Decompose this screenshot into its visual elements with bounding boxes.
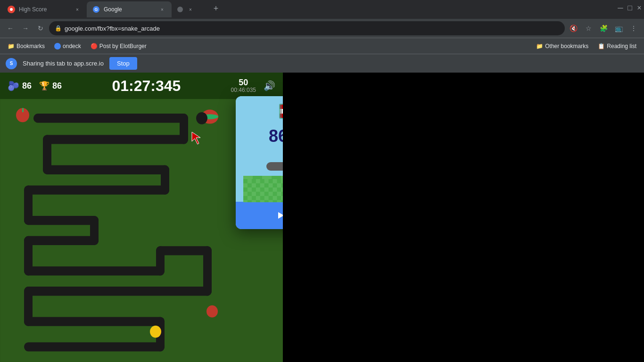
bookmarks-folder-icon: 📁 [8,43,15,49]
ondeck-icon [54,43,61,49]
window-controls: ─ □ × [618,5,642,14]
game-area[interactable]: 🫐 86 🏆 86 01:27:345 50 00:46:035 🔊 [0,73,283,362]
current-score: 86 [22,81,32,91]
address-text: google.com/fbx?fbx=snake_arcade [65,25,559,32]
browser-frame: High Score × G Google × × + ─ □ × [0,0,644,362]
overlay-score-left: 86 [269,126,283,146]
tab1-favicon [8,6,15,13]
svg-point-1 [10,8,13,11]
sharing-app-icon: S [6,58,17,69]
maximize-button[interactable]: □ [627,5,633,11]
tab3-favicon [177,7,183,12]
bookmark-ondeck[interactable]: ondeck [50,41,85,51]
close-button[interactable]: × [636,5,642,11]
menu-icon[interactable]: ⋮ [627,22,640,35]
lock-icon: 🔒 [55,25,62,32]
back-button[interactable]: ← [4,22,17,35]
sub-timer: 50 00:46:035 [231,78,256,93]
cast-icon[interactable]: 📺 [612,22,625,35]
svg-text:G: G [94,7,98,12]
svg-rect-60 [243,179,283,202]
sharing-text: Sharing this tab to app.scre.io [23,60,104,67]
minimize-button[interactable]: ─ [618,5,623,11]
reading-list-label: Reading list [607,43,636,49]
bookmarks-bar: 📁 Bookmarks ondeck 🔴 Post by ElotBurger … [0,38,644,54]
bookmark-star-icon[interactable]: ☆ [582,22,595,35]
overlay-snake [266,156,283,177]
current-score-container: 🫐 86 [8,80,32,91]
timer-display: 01:27:345 [69,77,223,95]
other-bookmarks-label: Other bookmarks [545,43,588,49]
water-icon: 🫐 [8,80,19,91]
sub-timer-bottom: 00:46:035 [231,87,256,93]
snake-scene [243,150,283,202]
tab-bar: High Score × G Google × × + ─ □ × [0,0,644,19]
elotburger-icon: 🔴 [91,43,98,49]
svg-rect-49 [266,162,283,171]
overlay-scores-row: 86 86 [269,126,283,146]
ground-row [243,176,283,202]
overlay-preview: 86 86 [236,96,283,202]
sharing-bar: S Sharing this tab to app.scre.io Stop [0,54,644,73]
address-input-wrapper[interactable]: 🔒 google.com/fbx?fbx=snake_arcade [49,21,565,35]
reading-list-icon: 📋 [598,43,605,49]
svg-point-33 [150,326,161,338]
svg-marker-61 [278,212,283,219]
tab-blank[interactable]: × [172,1,209,17]
folder-icon: 📁 [536,43,543,49]
bookmark-bookmarks[interactable]: 📁 Bookmarks [4,41,49,51]
address-bar: ← → ↻ 🔒 google.com/fbx?fbx=snake_arcade … [0,19,644,38]
game-overlay: 86 86 [236,96,283,229]
tab-google[interactable]: G Google × [87,1,172,17]
game-header: 🫐 86 🏆 86 01:27:345 50 00:46:035 🔊 [0,73,283,99]
play-button[interactable]: Play [236,202,283,229]
svg-point-32 [206,305,218,318]
mute-icon[interactable]: 🔇 [567,22,580,35]
overlay-buttons: Play [236,202,283,229]
bookmark-elotburger[interactable]: 🔴 Post by ElotBurger [87,41,150,51]
svg-rect-7 [22,108,24,112]
right-panel [283,73,644,362]
tab-high-score[interactable]: High Score × [2,1,87,17]
tab3-close[interactable]: × [187,6,194,13]
toolbar-icons: 🔇 ☆ 🧩 📺 ⋮ [567,22,640,35]
best-score: 86 [52,81,62,91]
forward-button[interactable]: → [19,22,32,35]
elotburger-label: Post by ElotBurger [99,43,147,49]
content-area: 🫐 86 🏆 86 01:27:345 50 00:46:035 🔊 [0,73,644,362]
tab1-title: High Score [19,6,70,13]
tab2-title: Google [104,6,155,13]
best-score-container: 🏆 86 [39,81,62,91]
trophy-icon: 🏆 [39,81,50,91]
flag-1 [279,104,283,119]
bookmarks-label: Bookmarks [17,43,45,49]
tab1-close[interactable]: × [74,6,81,13]
tab2-favicon: G [92,6,100,13]
reload-button[interactable]: ↻ [34,22,47,35]
ondeck-label: ondeck [63,43,81,49]
flags-row [279,104,283,119]
sub-timer-top: 50 [239,78,248,87]
extensions-icon[interactable]: 🧩 [597,22,610,35]
stop-button[interactable]: Stop [109,57,137,70]
new-tab-button[interactable]: + [209,2,223,16]
play-icon [276,211,283,220]
reading-list[interactable]: 📋 Reading list [594,41,640,51]
tab2-close[interactable]: × [158,6,166,13]
volume-icon[interactable]: 🔊 [264,80,275,91]
other-bookmarks[interactable]: 📁 Other bookmarks [532,41,592,51]
svg-point-10 [196,112,207,124]
